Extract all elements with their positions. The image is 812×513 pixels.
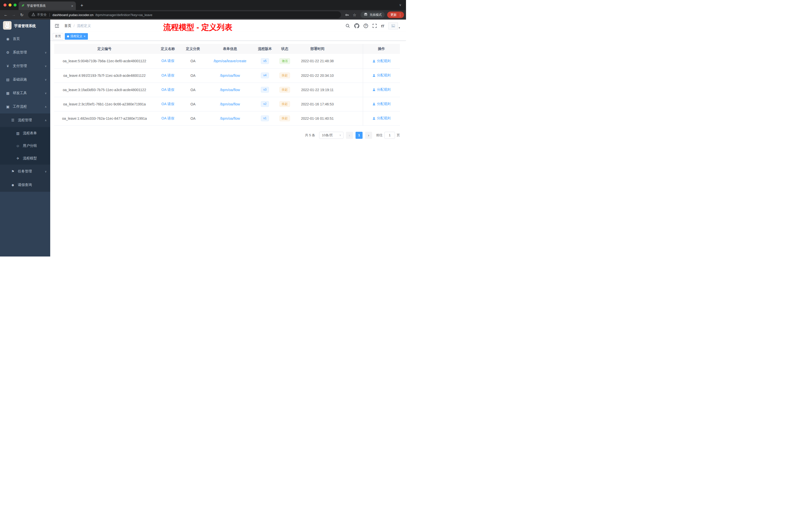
- assign-rule-link[interactable]: 分配规则: [372, 87, 390, 92]
- next-page-button[interactable]: [365, 132, 372, 139]
- version-badge: v4: [261, 72, 269, 78]
- address-bar[interactable]: 不安全 dashboard.yudao.iocoder.cn/bpm/manag…: [28, 11, 341, 18]
- help-icon[interactable]: ?: [364, 24, 368, 28]
- assign-rule-label: 分配规则: [377, 73, 390, 78]
- close-window-button[interactable]: [3, 3, 6, 6]
- tag-item[interactable]: 首页: [53, 33, 63, 40]
- sidebar-item[interactable]: ☻ 请假查询: [0, 178, 50, 192]
- chevron-down-icon: [339, 133, 341, 137]
- definition-table: 定义编号 定义名称 定义分类 表单信息 流程版本 状态 部署时间 操作 oa_l…: [54, 44, 400, 126]
- tab-search-icon[interactable]: [399, 3, 402, 7]
- assign-rule-label: 分配规则: [377, 87, 390, 92]
- assign-rule-link[interactable]: 分配规则: [372, 73, 390, 78]
- fullscreen-icon[interactable]: [372, 24, 377, 28]
- sidebar-item[interactable]: ⚑ 任务管理: [0, 164, 50, 178]
- user-icon: [372, 74, 376, 77]
- sidebar-item-label: 首页: [13, 37, 20, 41]
- definition-name-link[interactable]: OA 请假: [162, 73, 174, 77]
- tab-title: 芋道管理系统: [27, 4, 69, 8]
- form-info-link[interactable]: /bpm/oa/flow: [220, 73, 240, 78]
- status-badge: 挂起: [280, 101, 290, 107]
- table-row: oa_leave:5:004b710b-7b8a-11ec-8ef0-acde4…: [54, 54, 400, 68]
- new-tab-button[interactable]: [78, 2, 85, 9]
- chrome-update-button[interactable]: 更新: [387, 11, 404, 18]
- column-header: 状态: [275, 44, 295, 54]
- user-avatar-menu[interactable]: [388, 23, 400, 29]
- content-area: 定义编号 定义名称 定义分类 表单信息 流程版本 状态 部署时间 操作 oa_l…: [50, 41, 406, 139]
- assign-rule-link[interactable]: 分配规则: [372, 59, 390, 63]
- version-badge: v2: [261, 101, 269, 107]
- row-spacer: [340, 97, 363, 111]
- bookmark-star-icon[interactable]: [351, 11, 358, 18]
- prev-page-button[interactable]: [346, 132, 353, 139]
- chevron-icon: [45, 51, 47, 54]
- breadcrumb-home[interactable]: 首页: [64, 24, 71, 28]
- goto-page-input[interactable]: [384, 132, 395, 139]
- devtools-icon: ▦: [5, 91, 10, 95]
- minimize-window-button[interactable]: [8, 3, 11, 6]
- search-icon[interactable]: [346, 24, 350, 28]
- definition-id: oa_leave:1:482ec033-762a-11ec-8477-a2380…: [54, 111, 155, 125]
- definition-name-link[interactable]: OA 请假: [162, 102, 174, 106]
- definition-id: oa_leave:5:004b710b-7b8a-11ec-8ef0-acde4…: [54, 54, 155, 68]
- reload-button[interactable]: [18, 11, 26, 18]
- sidebar-item[interactable]: ☰ 流程管理: [0, 114, 50, 127]
- form-info-link[interactable]: /bpm/oa/flow: [220, 117, 240, 120]
- form-info-link[interactable]: /bpm/oa/flow: [220, 102, 240, 106]
- forward-button[interactable]: [10, 11, 18, 18]
- tab-close-icon[interactable]: [71, 4, 73, 8]
- sidebar-item[interactable]: ◉ 首页: [0, 32, 50, 46]
- github-icon[interactable]: [354, 23, 359, 28]
- password-key-icon[interactable]: [344, 11, 350, 18]
- definition-name-link[interactable]: OA 请假: [162, 116, 174, 120]
- version-badge: v1: [261, 116, 269, 121]
- status-badge: 挂起: [280, 87, 290, 93]
- version-badge: v3: [261, 87, 269, 93]
- page-number-button[interactable]: 1: [355, 132, 362, 139]
- sidebar-item[interactable]: ☺ 用户分组: [0, 140, 50, 152]
- assign-rule-link[interactable]: 分配规则: [372, 102, 390, 106]
- sidebar-item[interactable]: ⚙ 系统管理: [0, 46, 50, 59]
- assign-rule-link[interactable]: 分配规则: [372, 116, 390, 120]
- sidebar-item-label: 流程管理: [18, 118, 32, 122]
- window-controls[interactable]: [3, 3, 17, 6]
- deploy-time: 2022-01-16 01:40:51: [295, 111, 340, 125]
- browser-menu-icon[interactable]: [399, 13, 402, 17]
- user-icon: ☻: [10, 183, 16, 187]
- chevron-down-icon: [399, 26, 400, 29]
- definition-category: OA: [181, 83, 205, 97]
- sidebar-item[interactable]: ¥ 支付管理: [0, 59, 50, 73]
- logo-avatar: [3, 21, 11, 31]
- back-button[interactable]: [2, 11, 9, 18]
- chevron-icon: [45, 170, 47, 173]
- form-info-link[interactable]: /bpm/oa/leave/create: [214, 59, 246, 63]
- tag-label: 首页: [55, 34, 61, 38]
- sidebar-item[interactable]: ▥ 流程表单: [0, 127, 50, 140]
- sidebar-item[interactable]: ✈ 流程模型: [0, 152, 50, 164]
- row-spacer: [340, 68, 363, 83]
- sidebar-item-label: 研发工具: [13, 91, 27, 95]
- page-size-select[interactable]: 10条/页: [319, 132, 344, 139]
- tag-close-icon[interactable]: [84, 35, 86, 38]
- yen-icon: ¥: [5, 64, 10, 68]
- dashboard-icon: ◉: [5, 37, 10, 41]
- font-size-icon[interactable]: [381, 24, 384, 28]
- definition-name-link[interactable]: OA 请假: [162, 59, 174, 63]
- definition-name-link[interactable]: OA 请假: [162, 88, 174, 92]
- sidebar-item-label: 支付管理: [13, 64, 27, 68]
- task-flag-icon: ⚑: [10, 170, 16, 174]
- sidebar-item[interactable]: ▤ 基础设施: [0, 73, 50, 86]
- column-header: 定义名称: [155, 44, 181, 54]
- table-row: oa_leave:3:1fad3d93-7b75-11ec-a3c8-acde4…: [54, 83, 400, 97]
- chevron-icon: [45, 78, 47, 81]
- sidebar-item[interactable]: ▦ 研发工具: [0, 86, 50, 100]
- form-info-link[interactable]: /bpm/oa/flow: [220, 88, 240, 92]
- avatar[interactable]: [388, 23, 398, 29]
- sidebar-item[interactable]: ▣ 工作流程: [0, 100, 50, 114]
- tag-item[interactable]: 流程定义: [65, 33, 88, 40]
- row-spacer: [340, 54, 363, 68]
- browser-tab[interactable]: 芋道管理系统: [19, 1, 76, 10]
- status-badge: 挂起: [280, 116, 290, 121]
- collapse-sidebar-icon[interactable]: [54, 23, 60, 29]
- maximize-window-button[interactable]: [13, 3, 17, 6]
